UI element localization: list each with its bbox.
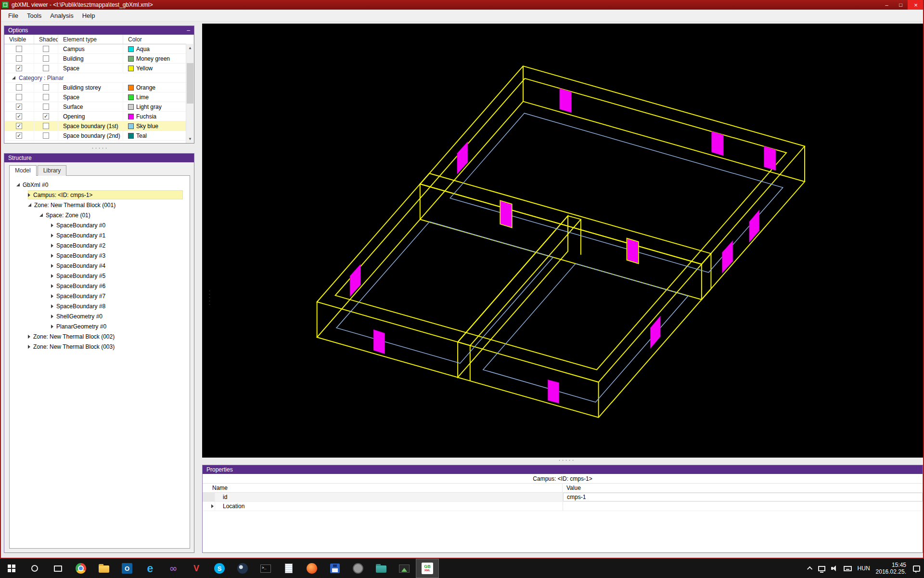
taskbar-icon-chrome[interactable]	[69, 559, 92, 578]
options-row[interactable]: SurfaceLight gray	[4, 102, 194, 112]
taskbar-icon-edge[interactable]	[139, 559, 162, 578]
taskbar-icon-steam[interactable]	[231, 559, 254, 578]
visible-checkbox[interactable]	[16, 113, 22, 119]
options-row[interactable]: OpeningFuchsia	[4, 112, 194, 121]
scrollbar-thumb[interactable]	[187, 63, 193, 104]
taskbar-icon-terminal[interactable]	[254, 559, 277, 578]
property-expand-icon[interactable]	[211, 504, 214, 508]
shaded-checkbox[interactable]	[43, 65, 49, 71]
horizontal-splitter-left[interactable]: ·····	[81, 145, 119, 151]
tree-item[interactable]: Space: Zone (01)	[10, 210, 190, 220]
shaded-checkbox[interactable]	[43, 104, 49, 110]
clock[interactable]: 15:45 2016.02.25.	[876, 562, 906, 575]
taskbar-icon-orange-app[interactable]	[300, 559, 323, 578]
taskbar-icon-folder-app[interactable]	[370, 559, 393, 578]
tree-item[interactable]: ShellGeometry #0	[10, 311, 190, 321]
visible-checkbox[interactable]	[16, 65, 22, 71]
language-indicator[interactable]: HUN	[858, 565, 870, 572]
options-scrollbar[interactable]: ▲ ▼	[186, 44, 194, 143]
options-row[interactable]: SpaceYellow	[4, 64, 194, 73]
tree-expand-icon[interactable]	[51, 294, 53, 298]
taskbar-icon-save-tool[interactable]	[323, 559, 346, 578]
tree-item-chip[interactable]: SpaceBoundary #3	[51, 251, 183, 260]
menu-file[interactable]: File	[4, 11, 23, 21]
maximize-button[interactable]: □	[894, 0, 908, 10]
shaded-checkbox[interactable]	[43, 94, 49, 100]
property-row-location[interactable]: Location	[203, 502, 923, 511]
menu-analysis[interactable]: Analysis	[46, 11, 77, 21]
tree-item-chip[interactable]: Zone: New Thermal Block (002)	[28, 332, 183, 341]
tree-expand-icon[interactable]	[51, 274, 53, 278]
tree-expand-icon[interactable]	[51, 264, 53, 268]
properties-panel-header[interactable]: Properties	[203, 465, 923, 474]
action-center-icon[interactable]	[913, 565, 920, 572]
options-panel-header[interactable]: Options –	[4, 26, 194, 35]
tree-item-chip[interactable]: SpaceBoundary #1	[51, 231, 183, 240]
color-swatch[interactable]	[128, 114, 134, 119]
tree-expand-icon[interactable]	[51, 325, 53, 328]
taskbar-icon-search[interactable]	[23, 559, 46, 578]
options-row[interactable]: CampusAqua	[4, 44, 194, 54]
tree-item-chip[interactable]: Zone: New Thermal Block (003)	[28, 342, 183, 351]
tree-expand-icon[interactable]	[51, 244, 53, 248]
tree-item[interactable]: Zone: New Thermal Block (002)	[10, 331, 190, 342]
visible-checkbox[interactable]	[16, 84, 22, 91]
options-row[interactable]: SpaceLime	[4, 92, 194, 102]
tree-item[interactable]: SpaceBoundary #1	[10, 230, 190, 240]
touch-keyboard-icon[interactable]	[844, 566, 852, 571]
tree-item-chip[interactable]: PlanarGeometry #0	[51, 322, 183, 331]
shaded-checkbox[interactable]	[43, 55, 49, 62]
tree-expand-icon[interactable]	[51, 304, 53, 308]
color-swatch[interactable]	[128, 85, 134, 91]
color-swatch[interactable]	[128, 104, 134, 110]
scroll-up-icon[interactable]: ▲	[186, 44, 194, 52]
visible-checkbox[interactable]	[16, 132, 22, 139]
taskbar-icon-notepad[interactable]	[277, 559, 300, 578]
tree-item[interactable]: Zone: New Thermal Block (003)	[10, 342, 190, 352]
taskbar-icon-outlook[interactable]	[116, 559, 139, 578]
visible-checkbox[interactable]	[16, 94, 22, 100]
taskbar-icon-skype[interactable]	[208, 559, 231, 578]
menu-help[interactable]: Help	[78, 11, 100, 21]
tray-chevron-up-icon[interactable]	[807, 566, 812, 572]
tab-model[interactable]: Model	[9, 165, 37, 176]
visible-checkbox[interactable]	[16, 46, 22, 52]
model-3d-svg[interactable]	[202, 24, 923, 458]
taskbar-icon-photos[interactable]	[393, 559, 416, 578]
taskbar-icon-gbxml-viewer[interactable]	[416, 559, 439, 578]
tree-item-chip[interactable]: SpaceBoundary #4	[51, 261, 183, 270]
tree-expand-icon[interactable]	[51, 223, 53, 227]
color-swatch[interactable]	[128, 123, 134, 129]
tree-item[interactable]: SpaceBoundary #7	[10, 291, 190, 301]
tree-item-chip[interactable]: Space: Zone (01)	[39, 210, 183, 220]
shaded-checkbox[interactable]	[43, 123, 49, 129]
tree-item-chip[interactable]: SpaceBoundary #0	[51, 221, 183, 230]
shaded-checkbox[interactable]	[43, 113, 49, 119]
tree-item[interactable]: Campus: <ID: cmps-1>	[10, 190, 190, 200]
viewport-3d[interactable]	[202, 24, 923, 458]
tree-item[interactable]: SpaceBoundary #6	[10, 281, 190, 291]
tree-expand-icon[interactable]	[28, 193, 30, 197]
tree-item[interactable]: SpaceBoundary #2	[10, 240, 190, 250]
taskbar-icon-task-view[interactable]	[46, 559, 69, 578]
taskbar-icon-file-explorer[interactable]	[92, 559, 116, 578]
visible-checkbox[interactable]	[16, 55, 22, 62]
tree-item-chip[interactable]: Campus: <ID: cmps-1>	[28, 190, 183, 199]
color-swatch[interactable]	[128, 56, 134, 62]
tree-collapse-icon[interactable]	[16, 183, 20, 186]
color-swatch[interactable]	[128, 133, 134, 139]
tree-item-chip[interactable]: SpaceBoundary #6	[51, 281, 183, 290]
structure-tree[interactable]: GbXml #0Campus: <ID: cmps-1>Zone: New Th…	[9, 175, 190, 549]
tab-library[interactable]: Library	[38, 165, 67, 176]
minimize-button[interactable]: –	[880, 0, 894, 10]
tree-item-chip[interactable]: SpaceBoundary #2	[51, 241, 183, 250]
tree-item[interactable]: GbXml #0	[10, 180, 190, 190]
color-swatch[interactable]	[128, 94, 134, 100]
scroll-down-icon[interactable]: ▼	[186, 135, 194, 143]
property-row-id[interactable]: idcmps-1	[203, 493, 923, 502]
tree-collapse-icon[interactable]	[28, 203, 31, 207]
tree-item-chip[interactable]: GbXml #0	[16, 180, 183, 189]
visible-checkbox[interactable]	[16, 104, 22, 110]
tree-item[interactable]: SpaceBoundary #4	[10, 261, 190, 271]
horizontal-splitter-right[interactable]: ·····	[548, 458, 586, 463]
